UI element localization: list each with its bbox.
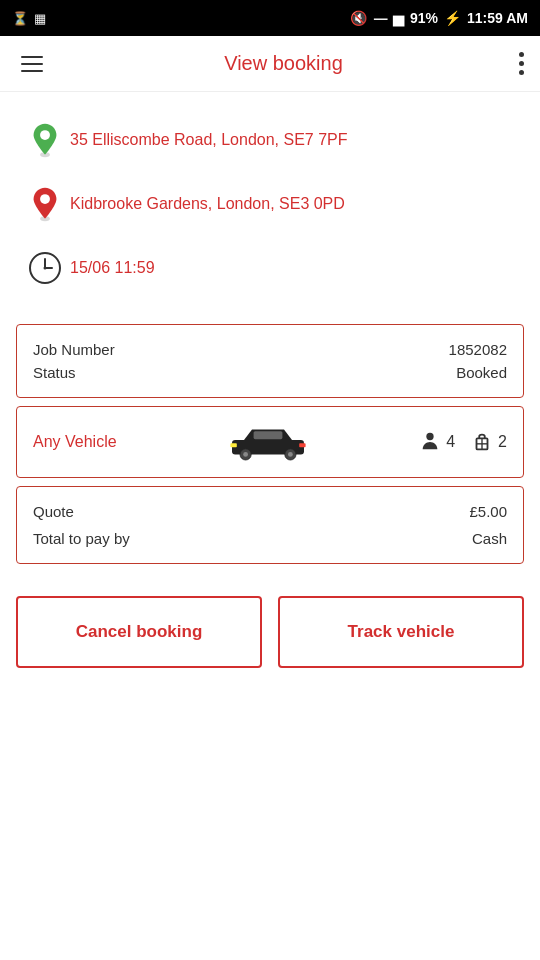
usb-icon: ⏳ — [12, 11, 28, 26]
vehicle-name: Any Vehicle — [33, 433, 117, 451]
job-info-card: Job Number 1852082 Status Booked — [16, 324, 524, 398]
clock-time: 11:59 AM — [467, 10, 528, 26]
battery-text: 91% — [410, 10, 438, 26]
svg-rect-9 — [253, 431, 282, 439]
quote-row: Quote £5.00 — [33, 503, 507, 520]
luggage-icon — [471, 431, 493, 453]
pickup-address: 35 Elliscombe Road, London, SE7 7PF — [70, 131, 520, 149]
track-vehicle-button[interactable]: Track vehicle — [278, 596, 524, 668]
sim-icon: ▦ — [34, 11, 46, 26]
status-row: Status Booked — [33, 364, 507, 381]
luggage-count: 2 — [498, 433, 507, 451]
person-icon — [419, 431, 441, 453]
wifi-icon: ⸻ — [373, 10, 387, 26]
vehicle-inner: Any Vehicle 4 — [33, 423, 507, 461]
car-icon-container — [117, 423, 420, 461]
passenger-detail: 4 — [419, 431, 455, 453]
job-number-row: Job Number 1852082 — [33, 341, 507, 358]
job-number-label: Job Number — [33, 341, 115, 358]
dropoff-pin-icon — [27, 186, 63, 222]
app-header: View booking — [0, 36, 540, 92]
datetime-value: 15/06 11:59 — [70, 259, 520, 277]
dropoff-address: Kidbrooke Gardens, London, SE3 0PD — [70, 195, 520, 213]
svg-point-7 — [44, 267, 47, 270]
svg-rect-15 — [299, 443, 305, 447]
status-value: Booked — [456, 364, 507, 381]
svg-point-1 — [40, 130, 50, 140]
status-right-area: 🔇 ⸻ ▅ 91% ⚡ 11:59 AM — [350, 10, 528, 26]
svg-rect-14 — [230, 443, 236, 447]
quote-value: £5.00 — [469, 503, 507, 520]
svg-point-13 — [288, 452, 293, 457]
pay-label: Total to pay by — [33, 530, 130, 547]
cancel-booking-button[interactable]: Cancel booking — [16, 596, 262, 668]
status-label: Status — [33, 364, 76, 381]
page-title: View booking — [48, 52, 519, 75]
vehicle-details: 4 2 — [419, 431, 507, 453]
dropoff-icon-container — [20, 186, 70, 222]
status-left-icons: ⏳ ▦ — [12, 11, 46, 26]
svg-point-16 — [427, 433, 434, 440]
quote-label: Quote — [33, 503, 74, 520]
battery-icon: ⚡ — [444, 10, 461, 26]
action-buttons: Cancel booking Track vehicle — [0, 572, 540, 692]
pickup-pin-icon — [27, 122, 63, 158]
pickup-icon-container — [20, 122, 70, 158]
clock-icon — [27, 250, 63, 286]
more-dot-1 — [519, 52, 524, 57]
job-number-value: 1852082 — [449, 341, 507, 358]
signal-icon: ▅ — [393, 10, 404, 26]
passenger-count: 4 — [446, 433, 455, 451]
car-icon — [228, 423, 308, 461]
more-options-button[interactable] — [519, 52, 524, 75]
dropoff-row: Kidbrooke Gardens, London, SE3 0PD — [20, 172, 520, 236]
status-bar: ⏳ ▦ 🔇 ⸻ ▅ 91% ⚡ 11:59 AM — [0, 0, 540, 36]
pay-row: Total to pay by Cash — [33, 530, 507, 547]
more-dot-3 — [519, 70, 524, 75]
clock-icon-container — [20, 250, 70, 286]
location-section: 35 Elliscombe Road, London, SE7 7PF Kidb… — [0, 92, 540, 316]
mute-icon: 🔇 — [350, 10, 367, 26]
pay-value: Cash — [472, 530, 507, 547]
luggage-detail: 2 — [471, 431, 507, 453]
pickup-row: 35 Elliscombe Road, London, SE7 7PF — [20, 108, 520, 172]
vehicle-card: Any Vehicle 4 — [16, 406, 524, 478]
svg-point-11 — [243, 452, 248, 457]
datetime-row: 15/06 11:59 — [20, 236, 520, 300]
svg-point-3 — [40, 194, 50, 204]
more-dot-2 — [519, 61, 524, 66]
menu-button[interactable] — [16, 48, 48, 80]
quote-card: Quote £5.00 Total to pay by Cash — [16, 486, 524, 564]
